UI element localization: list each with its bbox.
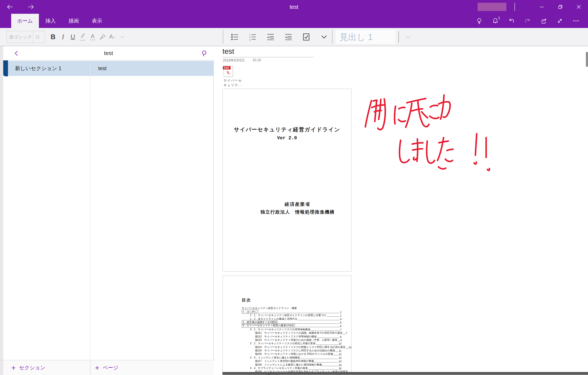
italic-button[interactable]: I xyxy=(58,31,68,43)
search-button[interactable] xyxy=(200,49,209,58)
indent-icon xyxy=(284,32,293,42)
highlight-color-swatch xyxy=(80,40,85,41)
notifications-button[interactable]: 1 xyxy=(491,16,500,26)
add-page-button[interactable]: + ページ xyxy=(90,360,214,375)
horizontal-scrollbar[interactable] xyxy=(222,372,588,375)
clear-formatting-icon: A◇ xyxy=(109,34,116,40)
share-icon xyxy=(540,17,547,24)
toc-entry: 指示1 サイバーセキュリティリスクの認識、組織全体での対応方針の策定7 xyxy=(223,331,342,335)
paragraph-buttons: 123 xyxy=(230,31,329,43)
section-item-selected[interactable]: 新しいセクション 1 xyxy=(3,61,90,76)
toc-entry: 3．サイバーセキュリティ経営の重要10項目6 xyxy=(223,324,342,328)
toc-entry: 3．3．インシデント発生に備えた体制構築13 xyxy=(223,356,342,359)
toolbar-separator-2 xyxy=(332,30,333,44)
bold-button[interactable]: B xyxy=(48,31,58,43)
font-color-swatch xyxy=(90,39,95,40)
todo-tag-button[interactable] xyxy=(301,32,312,42)
toc-entry: 指示3 サイバーセキュリティ対策のための資源（予算、人材等）確保9 xyxy=(223,338,342,342)
toc-entry: 3．2．サイバーセキュリティリスクの特定と対策の実装10 xyxy=(223,342,342,345)
acrobat-logo-icon xyxy=(226,70,231,75)
section-color-accent xyxy=(3,60,8,76)
toc-entry: 指示8 インシデントによる被害に備えた復旧体制の整備14 xyxy=(223,363,342,366)
font-size-select[interactable]: 11 xyxy=(33,31,45,43)
underline-icon: U xyxy=(71,33,75,40)
undo-button[interactable] xyxy=(507,16,516,26)
notebook-title: test xyxy=(3,50,214,56)
more-options-button[interactable] xyxy=(571,16,581,26)
font-name-select[interactable]: 游ゴシック xyxy=(7,31,33,43)
add-section-label: セクション xyxy=(19,364,46,371)
fullscreen-button[interactable] xyxy=(555,16,565,26)
ellipsis-icon xyxy=(572,17,580,24)
format-more-button[interactable] xyxy=(117,31,127,43)
style-dropdown[interactable]: 見出し 1 xyxy=(336,30,395,44)
ribbon-tabs: ホーム 挿入 描画 表示 xyxy=(11,14,108,28)
redacted-account-label xyxy=(478,3,506,11)
note-canvas[interactable]: test 2018年6月6日 15:10 PDF サイバーセ キュリテ… サイバ… xyxy=(214,46,588,375)
pdf-printout-page-1[interactable]: サイバーセキュリティ経営ガイドライン Ver 2.0 経済産業省 独立行政法人 … xyxy=(222,89,352,272)
toc-entry: 1．1．サイバーセキュリティ経営ガイドラインの背景と位置づけ1 xyxy=(223,314,342,317)
bullet-list-button[interactable] xyxy=(230,32,240,42)
style-divider xyxy=(399,32,399,43)
restore-button[interactable] xyxy=(551,0,569,14)
pdf-printout-page-2[interactable]: 目次 サイバーセキュリティ経営ガイドライン・概要 1．はじめに1 1．1．サイバ… xyxy=(222,275,352,375)
add-page-label: ページ xyxy=(103,364,118,371)
plus-icon: + xyxy=(95,364,99,371)
numbered-list-icon: 123 xyxy=(248,32,257,42)
italic-icon: I xyxy=(62,33,64,41)
add-section-button[interactable]: + セクション xyxy=(3,360,90,375)
svg-text:3: 3 xyxy=(249,38,251,41)
highlight-button[interactable] xyxy=(78,31,88,43)
section-label: 新しいセクション 1 xyxy=(15,65,62,72)
restore-icon xyxy=(557,4,564,10)
vertical-scrollbar-thumb[interactable] xyxy=(586,52,588,67)
tab-home[interactable]: ホーム xyxy=(11,14,39,28)
font-color-button[interactable]: A xyxy=(88,31,98,43)
minimize-icon xyxy=(539,4,545,10)
tab-view[interactable]: 表示 xyxy=(85,14,108,28)
close-icon xyxy=(576,4,582,10)
lightbulb-icon xyxy=(476,17,483,24)
titlebar-divider xyxy=(514,3,515,11)
pdf-attachment[interactable]: PDF サイバーセ キュリテ… xyxy=(223,65,256,87)
toc-entry: 1．はじめに1 xyxy=(223,310,342,313)
panel-gutter xyxy=(0,46,3,375)
minimize-button[interactable] xyxy=(533,0,551,14)
close-button[interactable] xyxy=(569,0,588,14)
style-chevron-button[interactable] xyxy=(404,33,412,41)
notification-badge: 1 xyxy=(498,16,500,20)
section-page-columns: 新しいセクション 1 test xyxy=(3,61,214,360)
redo-button[interactable] xyxy=(523,16,532,26)
redo-icon xyxy=(524,17,531,24)
underline-button[interactable]: U xyxy=(68,31,78,43)
pdf1-title: サイバーセキュリティ経営ガイドライン xyxy=(223,126,351,133)
format-buttons: B I U A A◇ xyxy=(48,31,127,43)
share-button[interactable] xyxy=(539,16,548,26)
note-meta: 2018年6月6日 15:10 xyxy=(223,58,261,63)
clear-formatting-button[interactable]: A◇ xyxy=(107,31,117,43)
fullscreen-diagonal-icon xyxy=(556,17,564,24)
page-label: test xyxy=(98,65,107,71)
bold-icon: B xyxy=(51,33,55,41)
outdent-button[interactable] xyxy=(265,32,276,42)
toc-entry: サイバーセキュリティ経営ガイドライン・概要 xyxy=(223,307,342,310)
toc-list: サイバーセキュリティ経営ガイドライン・概要 1．はじめに1 1．1．サイバーセキ… xyxy=(223,307,342,375)
indent-button[interactable] xyxy=(283,32,294,42)
note-date: 2018年6月6日 xyxy=(223,58,245,63)
page-item-selected[interactable]: test xyxy=(90,61,214,76)
pdf1-org2: 独立行政法人 情報処理推進機構 xyxy=(233,209,362,215)
section-list: 新しいセクション 1 xyxy=(3,61,90,360)
tags-more-button[interactable] xyxy=(319,32,329,42)
toolbar-separator xyxy=(223,30,223,44)
tell-me-button[interactable] xyxy=(474,16,484,26)
note-page-title[interactable]: test xyxy=(222,47,234,55)
app-body: test 新しいセクション 1 test xyxy=(0,46,588,375)
tab-insert[interactable]: 挿入 xyxy=(39,14,62,28)
window-controls xyxy=(533,0,588,14)
format-painter-button[interactable] xyxy=(98,31,107,43)
search-icon xyxy=(200,49,208,57)
tab-draw[interactable]: 描画 xyxy=(62,14,85,28)
chevron-down-dark-icon xyxy=(320,32,329,42)
numbered-list-button[interactable]: 123 xyxy=(247,32,258,42)
onenote-window: test ホーム 挿入 描画 表示 1 xyxy=(0,0,588,375)
